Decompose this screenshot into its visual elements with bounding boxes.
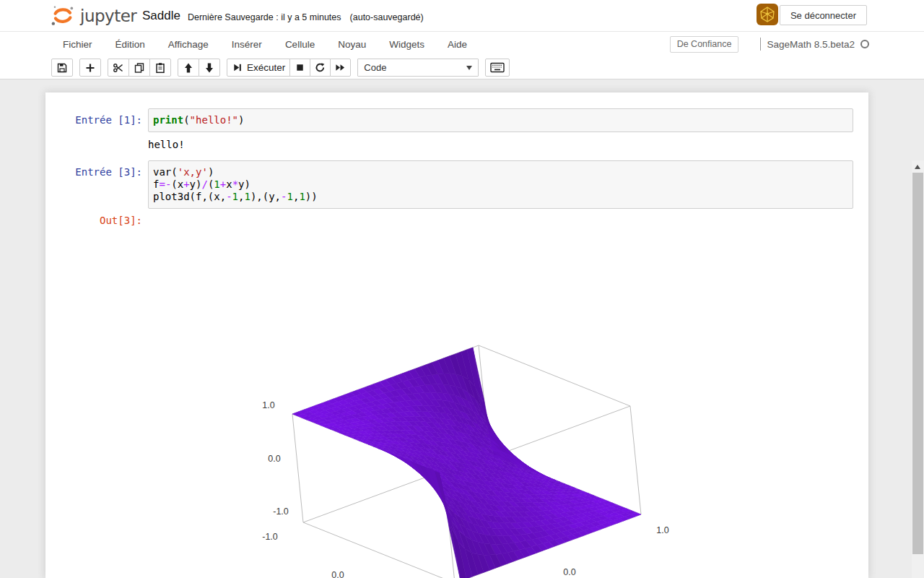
axis-tick-label: 1.0 bbox=[656, 525, 668, 535]
notebook-title[interactable]: Saddle bbox=[142, 9, 180, 23]
header-bar: jupyter Saddle Dernière Sauvegarde : il … bbox=[0, 0, 924, 32]
fast-forward-icon bbox=[335, 62, 346, 73]
menu-noyau[interactable]: Noyau bbox=[326, 33, 378, 56]
cut-cell-button[interactable] bbox=[108, 59, 129, 77]
plot3d-output[interactable]: 1.00.0-1.0-1.00.00.01.0 bbox=[148, 224, 853, 578]
code-token: var( bbox=[153, 166, 178, 178]
code-input-1[interactable]: print("hello!") bbox=[148, 108, 853, 132]
move-cell-up-button[interactable] bbox=[178, 59, 199, 77]
code-token: 1 bbox=[232, 191, 238, 202]
step-forward-icon bbox=[232, 62, 243, 73]
code-token: y) bbox=[190, 178, 202, 190]
notebook-container: Entrée [1]: print("hello!") hello! Entré… bbox=[45, 92, 868, 578]
menu-affichage[interactable]: Affichage bbox=[157, 33, 220, 56]
code-token: y) bbox=[238, 178, 250, 190]
code-token: 1 bbox=[244, 191, 250, 202]
output-prompt-1 bbox=[45, 132, 148, 150]
code-token: * bbox=[232, 178, 238, 190]
menu-edition[interactable]: Édition bbox=[104, 33, 157, 56]
code-token: ( bbox=[183, 114, 189, 126]
plus-icon bbox=[84, 62, 96, 74]
command-palette-button[interactable] bbox=[485, 59, 510, 77]
notebook-background: Entrée [1]: print("hello!") hello! Entré… bbox=[0, 80, 924, 578]
code-token: )) bbox=[305, 191, 318, 202]
code-cell-2: Entrée [3]: var('x,y') f=-(x+y)/(1+x*y) … bbox=[45, 160, 868, 209]
code-token: 1 bbox=[299, 191, 305, 202]
logout-button[interactable]: Se déconnecter bbox=[780, 5, 867, 25]
code-token: ) bbox=[238, 114, 244, 126]
cell-1-output: hello! bbox=[148, 132, 185, 150]
code-token: "hello!" bbox=[190, 114, 238, 126]
menu-bar: Fichier Édition Affichage Insérer Cellul… bbox=[0, 32, 924, 56]
jupyter-logo-text: jupyter bbox=[80, 7, 136, 25]
keyboard-icon bbox=[490, 62, 505, 73]
menu-fichier[interactable]: Fichier bbox=[51, 33, 104, 56]
insert-cell-button[interactable] bbox=[79, 59, 101, 77]
code-token: + bbox=[183, 178, 189, 190]
scrollbar[interactable] bbox=[912, 160, 924, 578]
menu-list: Fichier Édition Affichage Insérer Cellul… bbox=[51, 32, 479, 56]
axis-tick-label: 0.0 bbox=[268, 454, 280, 464]
title-area: Saddle Dernière Sauvegarde : il y a 5 mi… bbox=[142, 0, 424, 32]
save-button[interactable] bbox=[51, 59, 73, 77]
restart-kernel-button[interactable] bbox=[310, 59, 331, 77]
axis-tick-label: -1.0 bbox=[273, 506, 289, 517]
move-cell-down-button[interactable] bbox=[199, 59, 220, 77]
checkpoint-status: Dernière Sauvegarde : il y a 5 minutes bbox=[188, 12, 341, 22]
saddle-surface bbox=[292, 348, 641, 578]
sagemath-logo[interactable] bbox=[757, 4, 778, 25]
code-token: ) bbox=[208, 166, 214, 178]
scissors-icon bbox=[113, 62, 124, 74]
code-line: plot3d(f,(x,-1,1),(y,-1,1)) bbox=[153, 191, 848, 203]
output-prompt-2: Out[3]: bbox=[45, 209, 148, 227]
sagemath-icon bbox=[759, 6, 776, 23]
paste-cell-button[interactable] bbox=[149, 59, 171, 77]
code-token: ),(y, bbox=[250, 191, 281, 202]
code-token: + bbox=[220, 178, 226, 190]
interrupt-kernel-button[interactable] bbox=[289, 59, 310, 77]
kernel-name: SageMath 8.5.beta2 bbox=[767, 39, 855, 50]
code-line: f=-(x+y)/(1+x*y) bbox=[153, 178, 848, 191]
menubar-right: De Confiance SageMath 8.5.beta2 bbox=[670, 32, 869, 56]
arrow-down-icon bbox=[204, 62, 215, 74]
kernel-separator bbox=[760, 38, 761, 51]
autosave-status: (auto-sauvegardé) bbox=[350, 12, 424, 22]
restart-run-all-button[interactable] bbox=[330, 59, 351, 77]
cell-type-select[interactable]: Code bbox=[357, 59, 479, 77]
code-token: x bbox=[226, 178, 232, 190]
code-token: / bbox=[201, 178, 207, 190]
jupyter-logo[interactable]: jupyter bbox=[51, 4, 136, 28]
run-cell-button[interactable]: Exécuter bbox=[227, 59, 290, 77]
menu-widgets[interactable]: Widgets bbox=[378, 33, 436, 56]
axis-tick-label: -1.0 bbox=[262, 532, 278, 542]
copy-cell-button[interactable] bbox=[128, 59, 150, 77]
axis-tick-label: 0.0 bbox=[331, 570, 344, 578]
trusted-button[interactable]: De Confiance bbox=[670, 36, 739, 53]
menu-inserer[interactable]: Insérer bbox=[220, 33, 274, 56]
code-token: plot3d(f,(x, bbox=[153, 191, 226, 202]
axis-tick-label: 0.0 bbox=[563, 567, 575, 577]
stop-icon bbox=[295, 62, 305, 73]
chevron-down-icon bbox=[466, 66, 472, 70]
code-token: (x bbox=[171, 178, 183, 190]
jupyter-logo-icon bbox=[51, 4, 75, 28]
menu-aide[interactable]: Aide bbox=[436, 33, 479, 56]
scroll-up-arrow[interactable] bbox=[915, 165, 920, 169]
code-token: 'x,y' bbox=[178, 166, 208, 178]
toolbar: Exécuter bbox=[0, 56, 924, 79]
restart-icon bbox=[315, 62, 326, 73]
axis-tick-label: 1.0 bbox=[262, 400, 274, 410]
menu-cellule[interactable]: Cellule bbox=[274, 33, 326, 56]
code-token: print bbox=[153, 114, 183, 126]
code-line: var('x,y') bbox=[153, 166, 848, 178]
input-prompt-1: Entrée [1]: bbox=[45, 108, 148, 132]
save-icon bbox=[56, 62, 68, 74]
run-button-label: Exécuter bbox=[247, 62, 285, 73]
code-line: print("hello!") bbox=[153, 114, 848, 126]
input-prompt-2: Entrée [3]: bbox=[45, 160, 148, 209]
copy-icon bbox=[134, 62, 145, 74]
code-token: 1 bbox=[214, 178, 219, 190]
code-token: - bbox=[281, 191, 287, 202]
code-input-2[interactable]: var('x,y') f=-(x+y)/(1+x*y) plot3d(f,(x,… bbox=[148, 160, 853, 209]
scrollbar-thumb[interactable] bbox=[912, 173, 923, 554]
